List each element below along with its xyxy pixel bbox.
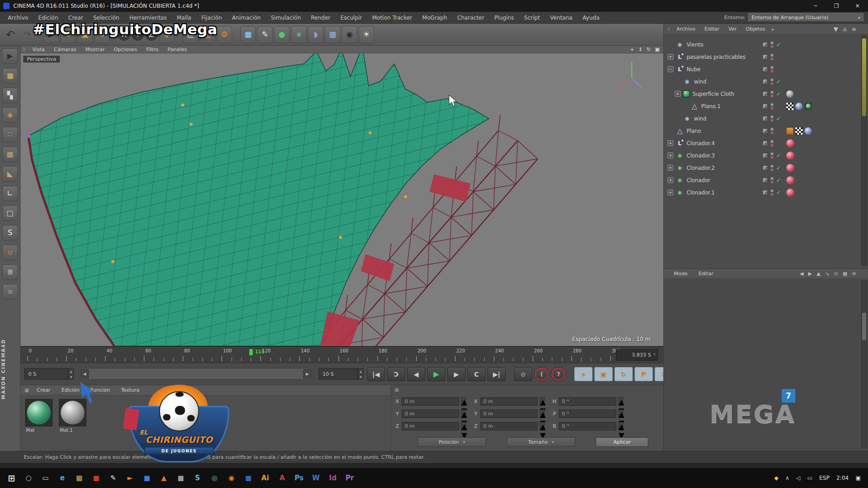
menu-render[interactable]: Render: [306, 12, 336, 24]
app-icon-red[interactable]: ■: [89, 471, 103, 485]
home-icon[interactable]: ⌂: [843, 26, 847, 32]
minimize-button[interactable]: ─: [805, 0, 826, 12]
acrobat-icon[interactable]: A: [275, 471, 289, 485]
object-row-clonador-4[interactable]: +LClonador.4: [664, 137, 860, 149]
coord-field-posicion-x[interactable]: 0 m: [402, 397, 459, 406]
current-time-field[interactable]: 3.833 S: [616, 349, 658, 361]
add-cube-icon[interactable]: ■: [240, 26, 256, 43]
visibility-toggle[interactable]: [762, 91, 768, 97]
material-mat-1[interactable]: Mat.1: [59, 399, 88, 433]
visibility-toggle[interactable]: [762, 54, 768, 60]
visibility-toggle[interactable]: [762, 190, 768, 195]
object-tree-scrollbar[interactable]: [861, 36, 867, 266]
visibility-toggle[interactable]: [762, 153, 768, 158]
stack-icon[interactable]: ≡: [2, 284, 18, 299]
updates-icon[interactable]: ◆: [774, 475, 778, 481]
object-row-viento[interactable]: ∗Viento✓: [664, 38, 860, 51]
viewport-label[interactable]: Perspectiva: [23, 56, 60, 63]
menu-plugins[interactable]: Plugins: [489, 12, 519, 24]
expand-icon[interactable]: +: [667, 152, 673, 158]
range-handle-left[interactable]: ◀: [80, 369, 89, 378]
photoshop-icon[interactable]: Ps: [292, 471, 306, 485]
coord-stepper[interactable]: ▲▼: [461, 409, 466, 418]
play-reverse-button[interactable]: C: [387, 367, 405, 381]
indesign-icon[interactable]: Id: [326, 471, 340, 485]
viewport-menu-opciones[interactable]: Opciones: [109, 47, 142, 52]
visibility-toggle[interactable]: [762, 116, 768, 121]
expand-icon[interactable]: +: [667, 177, 673, 183]
environment-select[interactable]: Entorno de Arranque (Usuario) ▾: [748, 13, 863, 22]
visibility-toggle[interactable]: [762, 178, 768, 183]
volume-muted-icon[interactable]: ◁: [796, 475, 800, 481]
forward-icon[interactable]: ▶: [808, 271, 812, 277]
viewport-menu-camaras[interactable]: Cámaras: [49, 47, 81, 52]
floor-icon[interactable]: ▦: [325, 26, 340, 43]
coord-field-posicion-y[interactable]: 0 m: [402, 409, 459, 418]
render-settings-icon[interactable]: ⚙: [217, 26, 232, 43]
aplicar-button[interactable]: Aplicar: [596, 437, 648, 447]
viewport-menu-filtro[interactable]: Filtro: [142, 47, 163, 52]
material-menu-edicion[interactable]: Edición: [56, 387, 85, 393]
range-start-field[interactable]: 0 S: [24, 368, 68, 380]
coord-field-rotacion-h[interactable]: 0 °: [559, 397, 616, 406]
editor-render-dots[interactable]: [771, 165, 773, 171]
editor-render-dots[interactable]: [771, 140, 773, 147]
object-row-plano-1[interactable]: △Plano.1: [664, 100, 860, 112]
visibility-toggle[interactable]: [762, 141, 768, 146]
visibility-toggle[interactable]: [762, 104, 768, 109]
workplane-icon[interactable]: ◈: [2, 107, 18, 123]
undo-icon[interactable]: ↶: [3, 26, 18, 43]
checker-tag[interactable]: [786, 103, 794, 110]
sphere-red-tag[interactable]: [786, 189, 794, 197]
preview-range-slider[interactable]: ◀ ▶: [79, 368, 313, 380]
range-end-field[interactable]: 10 S: [318, 368, 358, 380]
viewport-menu-mostrar[interactable]: Mostrar: [81, 47, 109, 52]
material-menu-crear[interactable]: Crear: [31, 387, 56, 393]
object-row-wind[interactable]: ∗wind✓: [664, 112, 860, 125]
expand-icon[interactable]: +: [667, 189, 673, 195]
lock-icon[interactable]: ⊙: [834, 271, 838, 277]
subdivision-surface-icon[interactable]: ●: [274, 26, 290, 43]
scrollbar-thumb[interactable]: [862, 313, 866, 340]
visibility-toggle[interactable]: [762, 67, 768, 72]
list-menu-icon[interactable]: ≡: [852, 26, 856, 32]
material-mat[interactable]: Mat: [25, 399, 54, 433]
menu-esculpir[interactable]: Esculpir: [335, 12, 367, 24]
texture-mode-icon[interactable]: ▚: [2, 88, 18, 103]
word-icon[interactable]: W: [309, 471, 323, 485]
notepad-icon[interactable]: ✎: [106, 471, 120, 485]
checker-tag[interactable]: [795, 127, 803, 135]
object-row-clonador-1[interactable]: +∗Clonador.1✓: [664, 186, 860, 199]
autokey-parameter-button[interactable]: P: [635, 367, 653, 381]
om-menu-editar[interactable]: Editar: [700, 26, 724, 32]
object-row-clonador-2[interactable]: +∗Clonador.2✓: [664, 162, 860, 174]
editor-render-dots[interactable]: [771, 128, 773, 134]
app-icon-gray[interactable]: ■: [174, 471, 188, 485]
show-hidden-icon[interactable]: ∧: [785, 475, 789, 481]
sphere-red-tag[interactable]: [786, 164, 794, 172]
editor-render-dots[interactable]: [771, 42, 773, 48]
coord-stepper[interactable]: ▲▼: [461, 422, 466, 430]
skype-icon[interactable]: S: [191, 471, 205, 485]
coord-field-rotacion-b[interactable]: 0 °: [559, 422, 616, 430]
menu-archivo[interactable]: Archivo: [3, 12, 33, 24]
firefox-icon[interactable]: ◉: [224, 471, 238, 485]
toggle-layout-icon[interactable]: ▣: [655, 47, 660, 52]
panel-menu-icon[interactable]: ≡: [852, 271, 856, 277]
object-row-superficie-cloth[interactable]: +Superficie Cloth✓: [664, 88, 860, 100]
sphere-red-tag[interactable]: [786, 139, 794, 147]
editor-render-dots[interactable]: [771, 54, 773, 60]
menu-animacion[interactable]: Animación: [227, 12, 266, 24]
editor-render-dots[interactable]: [771, 103, 773, 110]
snap-icon[interactable]: S: [2, 225, 18, 241]
axis-lock-icon[interactable]: ∟: [2, 186, 18, 201]
posicion-button[interactable]: Posición: [418, 437, 486, 447]
camera-icon[interactable]: ◉: [342, 26, 357, 43]
network-icon[interactable]: ▭: [807, 475, 812, 481]
keyframe-help-button[interactable]: ?: [551, 367, 566, 381]
track-icon[interactable]: ↘: [825, 271, 829, 277]
coord-stepper[interactable]: ▲▼: [461, 397, 466, 406]
editor-render-dots[interactable]: [771, 79, 773, 85]
coord-stepper[interactable]: ▲▼: [540, 422, 545, 430]
visibility-toggle[interactable]: [762, 165, 768, 171]
